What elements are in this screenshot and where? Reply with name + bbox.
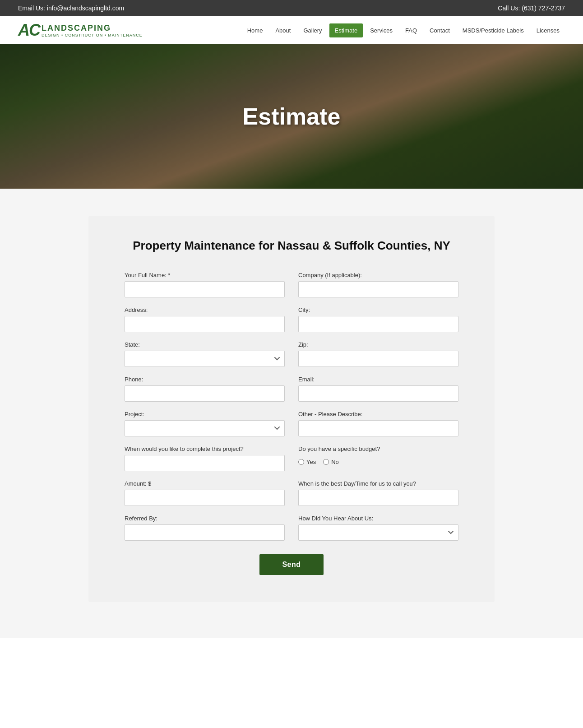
- nav-services[interactable]: Services: [365, 23, 398, 37]
- referred-label: Referred By:: [125, 515, 285, 522]
- form-row-2: Address: City:: [125, 306, 458, 332]
- phone-group: Phone:: [125, 376, 285, 402]
- referred-input[interactable]: [125, 524, 285, 541]
- amount-group: Amount: $: [125, 480, 285, 506]
- main-nav: Home About Gallery Estimate Services FAQ…: [161, 23, 565, 37]
- form-row-3: State: New York New Jersey Connecticut Z…: [125, 341, 458, 367]
- state-label: State:: [125, 341, 285, 348]
- company-label: Company (If applicable):: [298, 272, 458, 278]
- full-name-input[interactable]: [125, 281, 285, 297]
- budget-group: Do you have a specific budget? Yes No: [298, 445, 458, 471]
- phone-label: Phone:: [125, 376, 285, 383]
- top-bar: Email Us: info@aclandscapingltd.com Call…: [0, 0, 583, 16]
- main-content: Property Maintenance for Nassau & Suffol…: [0, 189, 583, 638]
- budget-yes-text: Yes: [306, 459, 316, 465]
- email-label: Email:: [298, 376, 458, 383]
- nav-home[interactable]: Home: [242, 23, 268, 37]
- logo-name: LANDSCAPING: [42, 23, 143, 33]
- nav-estimate[interactable]: Estimate: [329, 23, 363, 37]
- email-group: Email:: [298, 376, 458, 402]
- nav-licenses[interactable]: Licenses: [531, 23, 565, 37]
- company-input[interactable]: [298, 281, 458, 297]
- amount-input[interactable]: [125, 490, 285, 506]
- nav-faq[interactable]: FAQ: [400, 23, 422, 37]
- zip-group: Zip:: [298, 341, 458, 367]
- estimate-form: Your Full Name: * Company (If applicable…: [125, 272, 458, 575]
- address-group: Address:: [125, 306, 285, 332]
- hero-section: Estimate: [0, 44, 583, 189]
- budget-yes-label[interactable]: Yes: [298, 459, 316, 465]
- budget-yes-radio[interactable]: [298, 459, 304, 465]
- form-row-6: When would you like to complete this pro…: [125, 445, 458, 471]
- address-label: Address:: [125, 306, 285, 313]
- form-row-4: Phone: Email:: [125, 376, 458, 402]
- heard-group: How Did You Hear About Us: Google Referr…: [298, 515, 458, 541]
- email-input[interactable]: [298, 385, 458, 402]
- nav-msds[interactable]: MSDS/Pesticide Labels: [457, 23, 529, 37]
- form-title: Property Maintenance for Nassau & Suffol…: [125, 238, 458, 254]
- logo-ac: AC: [18, 21, 40, 40]
- phone-input[interactable]: [125, 385, 285, 402]
- best-time-group: When is the best Day/Time for us to call…: [298, 480, 458, 506]
- amount-label: Amount: $: [125, 480, 285, 487]
- nav-gallery[interactable]: Gallery: [298, 23, 327, 37]
- state-group: State: New York New Jersey Connecticut: [125, 341, 285, 367]
- phone-label: Call Us: (631) 727-2737: [498, 5, 565, 12]
- budget-no-radio[interactable]: [323, 459, 329, 465]
- budget-no-text: No: [331, 459, 339, 465]
- send-button[interactable]: Send: [259, 554, 323, 575]
- city-label: City:: [298, 306, 458, 313]
- city-input[interactable]: [298, 316, 458, 332]
- address-input[interactable]: [125, 316, 285, 332]
- best-time-input[interactable]: [298, 490, 458, 506]
- project-group: Project: Lawn Care Landscaping Construct…: [125, 411, 285, 436]
- logo-text: LANDSCAPING DESIGN • CONSTRUCTION • MAIN…: [42, 23, 143, 37]
- form-row-8: Referred By: How Did You Hear About Us: …: [125, 515, 458, 541]
- when-input[interactable]: [125, 455, 285, 471]
- form-row-5: Project: Lawn Care Landscaping Construct…: [125, 411, 458, 436]
- form-container: Property Maintenance for Nassau & Suffol…: [88, 216, 495, 602]
- full-name-group: Your Full Name: *: [125, 272, 285, 297]
- form-row-7: Amount: $ When is the best Day/Time for …: [125, 480, 458, 506]
- heard-label: How Did You Hear About Us:: [298, 515, 458, 522]
- nav-contact[interactable]: Contact: [424, 23, 455, 37]
- logo-tagline: DESIGN • CONSTRUCTION • MAINTENANCE: [42, 33, 143, 37]
- heard-select[interactable]: Google Referral Social Media Other: [298, 524, 458, 541]
- other-label: Other - Please Describe:: [298, 411, 458, 417]
- project-select[interactable]: Lawn Care Landscaping Construction Maint…: [125, 420, 285, 436]
- full-name-label: Your Full Name: *: [125, 272, 285, 278]
- form-row-1: Your Full Name: * Company (If applicable…: [125, 272, 458, 297]
- other-group: Other - Please Describe:: [298, 411, 458, 436]
- other-input[interactable]: [298, 420, 458, 436]
- best-time-label: When is the best Day/Time for us to call…: [298, 480, 458, 487]
- logo[interactable]: AC LANDSCAPING DESIGN • CONSTRUCTION • M…: [18, 21, 143, 40]
- project-label: Project:: [125, 411, 285, 417]
- referred-group: Referred By:: [125, 515, 285, 541]
- budget-label: Do you have a specific budget?: [298, 445, 458, 452]
- header: AC LANDSCAPING DESIGN • CONSTRUCTION • M…: [0, 16, 583, 44]
- when-label: When would you like to complete this pro…: [125, 445, 285, 452]
- budget-radio-group: Yes No: [298, 459, 458, 465]
- budget-no-label[interactable]: No: [323, 459, 339, 465]
- zip-input[interactable]: [298, 351, 458, 367]
- hero-title: Estimate: [243, 103, 341, 130]
- email-label: Email Us: info@aclandscapingltd.com: [18, 5, 124, 12]
- state-select[interactable]: New York New Jersey Connecticut: [125, 351, 285, 367]
- company-group: Company (If applicable):: [298, 272, 458, 297]
- city-group: City:: [298, 306, 458, 332]
- zip-label: Zip:: [298, 341, 458, 348]
- nav-about[interactable]: About: [270, 23, 296, 37]
- when-group: When would you like to complete this pro…: [125, 445, 285, 471]
